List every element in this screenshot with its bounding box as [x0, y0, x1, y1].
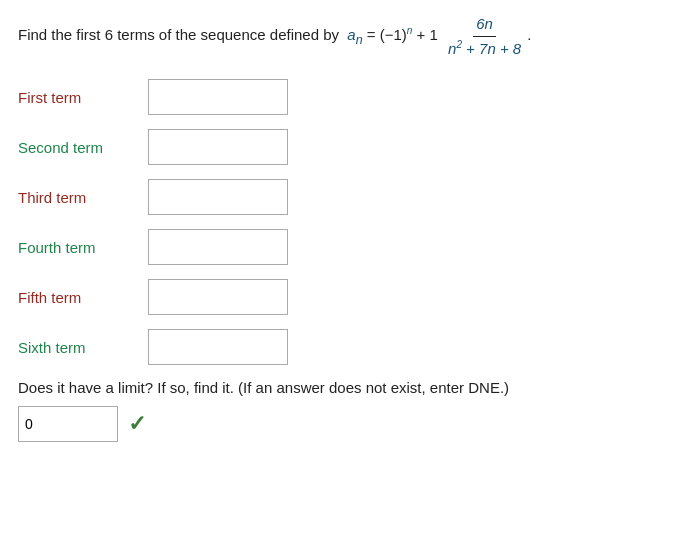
term-row-4: Fourth term	[18, 229, 676, 265]
fifth-term-input[interactable]	[148, 279, 288, 315]
terms-container: First term Second term Third term Fourth…	[18, 79, 676, 365]
limit-row: ✓	[18, 406, 676, 442]
second-term-label: Second term	[18, 139, 148, 156]
term-row-6: Sixth term	[18, 329, 676, 365]
third-term-label: Third term	[18, 189, 148, 206]
fourth-term-input[interactable]	[148, 229, 288, 265]
fifth-term-label: Fifth term	[18, 289, 148, 306]
intro-text: Find the first 6 terms of the sequence d…	[18, 26, 339, 43]
sixth-term-label: Sixth term	[18, 339, 148, 356]
limit-input[interactable]	[18, 406, 118, 442]
first-term-label: First term	[18, 89, 148, 106]
checkmark-icon: ✓	[128, 411, 146, 437]
problem-statement: Find the first 6 terms of the sequence d…	[18, 12, 676, 61]
first-term-input[interactable]	[148, 79, 288, 115]
term-row-3: Third term	[18, 179, 676, 215]
term-row-5: Fifth term	[18, 279, 676, 315]
third-term-input[interactable]	[148, 179, 288, 215]
sixth-term-input[interactable]	[148, 329, 288, 365]
term-row-2: Second term	[18, 129, 676, 165]
second-term-input[interactable]	[148, 129, 288, 165]
limit-question: Does it have a limit? If so, find it. (I…	[18, 379, 676, 396]
term-row-1: First term	[18, 79, 676, 115]
fourth-term-label: Fourth term	[18, 239, 148, 256]
formula: an = (−1)n + 1 6n n2 + 7n + 8 .	[343, 26, 531, 43]
limit-section: Does it have a limit? If so, find it. (I…	[18, 379, 676, 442]
